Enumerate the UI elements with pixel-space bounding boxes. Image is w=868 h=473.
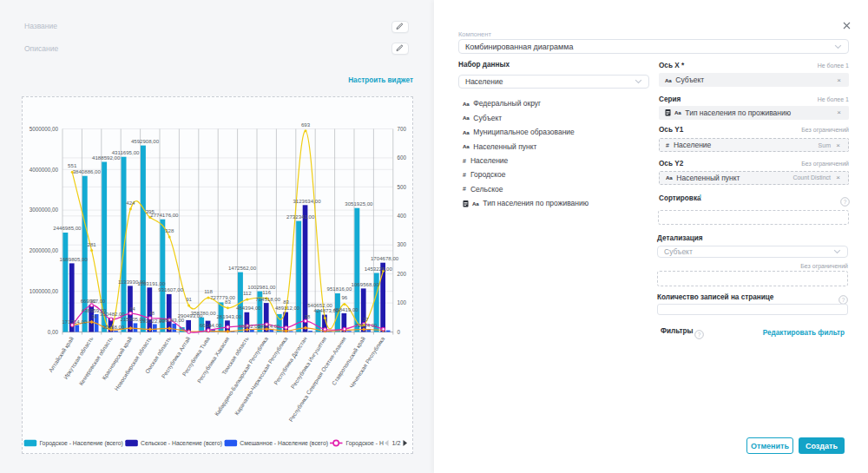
svg-text:3051925,00: 3051925,00 [345, 200, 373, 207]
svg-text:30358,00: 30358,00 [102, 324, 125, 330]
svg-text:64: 64 [129, 306, 135, 312]
svg-text:200: 200 [398, 271, 407, 277]
svg-text:83: 83 [283, 299, 289, 305]
svg-text:171314,00: 171314,00 [62, 319, 87, 325]
svg-text:714518,00: 714518,00 [255, 296, 280, 302]
svg-text:5000000,00: 5000000,00 [30, 126, 59, 132]
svg-text:3840886,00: 3840886,00 [73, 168, 102, 174]
svg-text:48: 48 [149, 311, 155, 316]
svg-text:6: 6 [208, 323, 211, 328]
svg-text:83: 83 [225, 299, 231, 305]
svg-text:92: 92 [90, 299, 95, 304]
svg-text:1472562,00: 1472562,00 [228, 265, 257, 271]
svg-text:0: 0 [398, 329, 401, 335]
svg-text:693: 693 [301, 122, 311, 128]
svg-text:1069568,00: 1069568,00 [352, 281, 380, 287]
svg-text:112: 112 [243, 290, 252, 296]
svg-text:438959,00: 438959,00 [82, 307, 107, 313]
svg-text:4000000,00: 4000000,00 [30, 167, 59, 173]
svg-text:?: ? [844, 199, 847, 205]
svg-text:2000000,00: 2000000,00 [30, 247, 59, 253]
svg-text:551: 551 [68, 162, 77, 168]
svg-text:600: 600 [398, 154, 407, 161]
svg-text:3000000,00: 3000000,00 [30, 207, 59, 213]
svg-text:400: 400 [398, 213, 407, 219]
svg-text:727779,00: 727779,00 [210, 294, 235, 300]
svg-text:700: 700 [398, 126, 407, 132]
svg-text:281943,00: 281943,00 [216, 313, 241, 319]
svg-text:1453225,00: 1453225,00 [365, 266, 393, 272]
svg-text:Республика Ингушетия: Республика Ингушетия [289, 335, 328, 390]
svg-text:118: 118 [204, 288, 213, 294]
svg-text:54614,00: 54614,00 [258, 323, 280, 329]
svg-text:Городское - Население (всего): Городское - Население (всего) [39, 440, 122, 447]
svg-text:489112,00: 489112,00 [275, 305, 300, 311]
svg-text:395: 395 [146, 208, 155, 214]
svg-text:27: 27 [363, 317, 368, 322]
svg-text:2446985,00: 2446985,00 [53, 225, 82, 231]
svg-text:91: 91 [186, 296, 192, 302]
svg-text:458419,00: 458419,00 [333, 306, 358, 312]
svg-text:?: ? [842, 297, 845, 303]
svg-text:1689805,00: 1689805,00 [60, 256, 89, 262]
svg-text:1704678,00: 1704678,00 [371, 255, 399, 261]
svg-text:328: 328 [165, 227, 174, 233]
svg-text:0,00: 0,00 [48, 329, 59, 335]
svg-text:2732341,00: 2732341,00 [286, 214, 315, 220]
svg-text:951816,00: 951816,00 [327, 286, 352, 292]
svg-text:Городское - Н: Городское - Н [346, 440, 384, 447]
svg-text:1093191,00: 1093191,00 [137, 280, 166, 286]
svg-text:Новосибирская область: Новосибирская область [113, 335, 153, 392]
svg-text:116: 116 [262, 289, 271, 295]
svg-text:4592908,00: 4592908,00 [131, 138, 160, 144]
svg-text:Смешанное - Население (всего): Смешанное - Население (всего) [240, 440, 328, 447]
svg-text:?: ? [698, 332, 701, 338]
svg-text:1000000,00: 1000000,00 [30, 288, 59, 294]
svg-text:300: 300 [398, 241, 407, 247]
svg-text:931607,00: 931607,00 [158, 286, 183, 292]
svg-text:2774176,00: 2774176,00 [150, 212, 179, 218]
svg-text:38: 38 [305, 314, 310, 319]
svg-text:206043,00: 206043,00 [159, 317, 184, 323]
svg-text:Сельское - Население (всего): Сельское - Население (всего) [141, 440, 222, 447]
svg-text:500: 500 [398, 184, 407, 190]
svg-text:Чеченская Республика: Чеченская Республика [348, 335, 386, 389]
svg-text:424: 424 [126, 200, 135, 206]
svg-text:281: 281 [88, 241, 97, 247]
svg-text:34: 34 [91, 314, 97, 319]
svg-text:4311695,00: 4311695,00 [112, 149, 140, 155]
svg-text:100: 100 [398, 299, 407, 305]
svg-text:3123634,00: 3123634,00 [293, 198, 321, 204]
svg-text:1/2: 1/2 [392, 439, 401, 447]
svg-text:72634,00: 72634,00 [355, 322, 378, 328]
svg-text:96: 96 [341, 294, 347, 300]
svg-text:Кемеровская область: Кемеровская область [77, 335, 115, 387]
svg-text:484394,00: 484394,00 [236, 305, 261, 311]
